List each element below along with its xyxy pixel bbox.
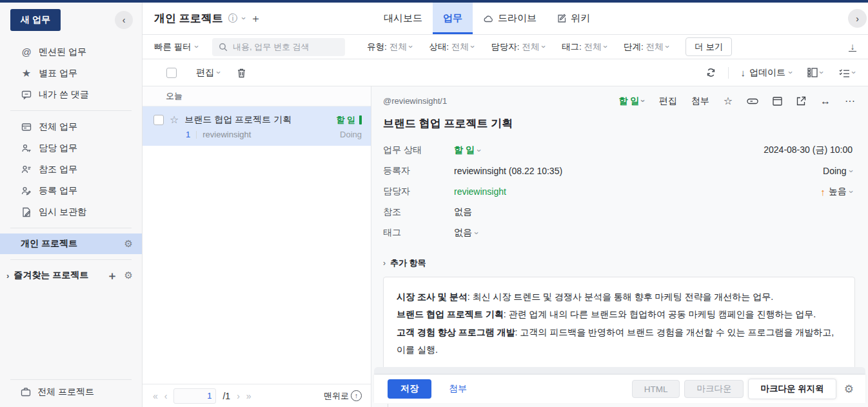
extra-items-toggle[interactable]: › 추가 항목 <box>383 257 855 269</box>
detail-edit-button[interactable]: 편집 <box>659 95 677 107</box>
next-page-button[interactable]: › <box>237 391 240 401</box>
stage-dropdown[interactable]: Doing › <box>823 166 855 176</box>
mode-tab-html[interactable]: HTML <box>632 380 680 398</box>
tab-drive[interactable]: 드라이브 <box>473 3 547 34</box>
update-dropdown[interactable]: ↓ 업데이트 › <box>740 67 792 79</box>
sidebar-item-drafts[interactable]: 임시 보관함 <box>0 201 142 223</box>
status-value-dropdown[interactable]: 할 일 › <box>454 144 480 156</box>
filter-assignee[interactable]: 담당자: 전체 › <box>491 41 545 53</box>
task-number: 1 <box>186 130 190 139</box>
mode-tab-markdown[interactable]: 마크다운 <box>684 380 744 398</box>
panel-expand-button[interactable]: › <box>848 9 867 28</box>
at-icon: @ <box>21 46 32 58</box>
select-all-checkbox[interactable] <box>166 68 177 78</box>
download-icon[interactable]: ↓ <box>847 43 858 52</box>
mode-tab-markdown-wysiwyg[interactable]: 마크다운 위지윅 <box>748 379 836 399</box>
field-label: 등록자 <box>383 165 454 177</box>
filter-label: 상태: <box>429 41 449 53</box>
scroll-to-top-button[interactable]: 맨위로 ↑ <box>324 390 362 402</box>
checklist-icon <box>839 68 850 77</box>
gear-icon[interactable]: ⚙ <box>124 270 133 281</box>
sidebar-item-cc[interactable]: 참조 업무 <box>0 159 142 180</box>
star-outline-icon[interactable]: ☆ <box>170 114 179 126</box>
view-mode-dropdown[interactable]: › <box>807 68 823 77</box>
star-outline-icon[interactable]: ☆ <box>724 95 733 107</box>
body-text: : 최신 시장 트렌드 및 경쟁사 분석을 통해 향후 마케팅 전략을 개선하는… <box>468 292 773 302</box>
sidebar-item-favorite-projects[interactable]: › 즐겨찾는 프로젝트 ＋ ⚙ <box>0 265 142 286</box>
sidebar-item-my-comments[interactable]: 내가 쓴 댓글 <box>0 84 142 105</box>
detail-status-dropdown[interactable]: 할 일 › <box>618 95 644 107</box>
new-task-button[interactable]: 새 업무 <box>10 9 61 31</box>
detail-attach-button[interactable]: 첨부 <box>691 95 709 107</box>
priority-dropdown[interactable]: ↑ 높음 › <box>820 186 855 197</box>
trash-icon[interactable] <box>237 68 246 78</box>
tab-label: 업무 <box>443 12 462 25</box>
tab-dashboard[interactable]: 대시보드 <box>373 3 433 34</box>
attach-link[interactable]: 첨부 <box>449 383 467 395</box>
first-page-button[interactable]: « <box>153 391 158 401</box>
personal-project-label: 개인 프로젝트 <box>21 238 77 250</box>
project-tabs: 대시보드 업무 드라이브 위키 <box>373 3 600 34</box>
filter-value: 전체 <box>646 41 664 53</box>
resize-horizontal-icon[interactable]: ↔ <box>820 95 831 107</box>
add-icon[interactable]: ＋ <box>250 11 261 26</box>
task-checkbox[interactable] <box>153 115 164 125</box>
sidebar-item-registered[interactable]: 등록 업무 <box>0 180 142 201</box>
editor-toolbar: 저장 첨부 HTML 마크다운 마크다운 위지윅 ⚙ <box>374 375 865 403</box>
link-icon[interactable] <box>747 97 758 105</box>
body-bold: 시장 조사 및 분석 <box>397 292 468 302</box>
tasks-icon <box>21 121 32 133</box>
last-page-button[interactable]: » <box>246 391 252 401</box>
sort-options-dropdown[interactable]: › <box>839 68 855 77</box>
filter-tag[interactable]: 태그: 전체 › <box>562 41 607 53</box>
sidebar-item-all-projects[interactable]: 전체 프로젝트 <box>0 386 142 407</box>
edit-label: 편집 <box>196 67 214 79</box>
page-total: /1 <box>222 391 230 401</box>
status-value: 할 일 <box>454 144 475 156</box>
task-group-header: 오늘 <box>143 86 371 106</box>
more-options-icon[interactable]: ··· <box>845 95 855 107</box>
filter-status[interactable]: 상태: 전체 › <box>429 41 474 53</box>
prev-page-button[interactable]: ‹ <box>164 391 168 401</box>
filter-stage[interactable]: 단계: 전체 › <box>624 41 669 53</box>
task-row[interactable]: ☆ 브랜드 협업 프로젝트 기획 할 일 1 reviewinsight Doi… <box>143 106 371 146</box>
tab-tasks[interactable]: 업무 <box>433 3 473 34</box>
edit-dropdown[interactable]: 편집 › <box>196 67 220 79</box>
chevron-down-icon: › <box>600 45 610 48</box>
sidebar-item-mentioned[interactable]: @ 멘션된 업무 <box>0 41 142 63</box>
gear-icon[interactable]: ⚙ <box>844 382 854 396</box>
info-icon[interactable]: ⓘ <box>228 13 237 25</box>
pagination-bar: « ‹ /1 › » 맨위로 ↑ <box>143 384 371 407</box>
sidebar-item-label: 등록 업무 <box>39 185 77 197</box>
external-link-icon[interactable] <box>796 96 806 106</box>
sidebar-item-label: 멘션된 업무 <box>39 46 86 58</box>
tab-wiki[interactable]: 위키 <box>547 3 600 34</box>
sidebar-item-all-tasks[interactable]: 전체 업무 <box>0 116 142 137</box>
person-desk-icon <box>21 143 32 154</box>
chevron-down-icon[interactable]: › <box>239 17 248 19</box>
sidebar-item-assigned[interactable]: 담당 업무 <box>0 137 142 159</box>
search-input[interactable] <box>233 42 336 52</box>
quick-filter-label: 빠른 필터 <box>154 41 192 53</box>
add-project-icon[interactable]: ＋ <box>107 268 118 283</box>
filter-value: 전체 <box>522 41 540 53</box>
window-panel-icon[interactable] <box>773 97 782 106</box>
assignee-link[interactable]: reviewinsight <box>454 186 506 197</box>
cloud-icon <box>483 14 494 23</box>
more-filters-button[interactable]: 더 보기 <box>686 37 732 56</box>
task-path: @reviewinsight/1 <box>383 96 447 106</box>
filter-type[interactable]: 유형: 전체 › <box>367 41 412 53</box>
sidebar-collapse-button[interactable]: ‹ <box>115 11 133 29</box>
save-button[interactable]: 저장 <box>388 379 431 399</box>
page-input[interactable] <box>173 388 216 404</box>
refresh-icon[interactable] <box>705 67 716 78</box>
sidebar-item-starred[interactable]: ★ 별표 업무 <box>0 63 142 84</box>
chevron-down-icon: › <box>662 45 672 48</box>
quick-filter-dropdown[interactable]: 빠른 필터 › <box>154 41 198 53</box>
tag-value-dropdown[interactable]: 없음 › <box>454 227 478 239</box>
sidebar-item-personal-project[interactable]: 개인 프로젝트 ⚙ <box>0 233 142 254</box>
history-timeline-stem <box>388 404 388 407</box>
gear-icon[interactable]: ⚙ <box>124 238 133 250</box>
chevron-down-icon: › <box>638 99 648 102</box>
task-search-box[interactable] <box>212 38 345 56</box>
